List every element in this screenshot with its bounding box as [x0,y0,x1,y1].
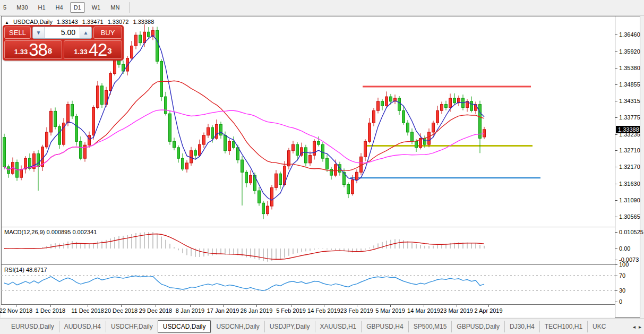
price-axis-label: 1.34315 [619,98,640,104]
price-axis-label: 1.31630 [619,181,640,187]
date-tick [223,305,224,307]
tab-eurusd-daily[interactable]: EURUSD,Daily [6,321,59,332]
current-price-tag: 1.33388 [616,126,640,133]
ohlc-high: 1.33471 [82,19,104,25]
macd-indicator-label: MACD(12,26,9) 0.000895 0.002341 [4,229,97,235]
tab-usdjpy-daily[interactable]: USDJPY,Daily [264,321,315,332]
rsi-axis-label: 30 [619,287,625,294]
timeframe-button-m30[interactable]: M30 [13,3,31,12]
tab-dj30-h4[interactable]: DJ30,H4 [504,321,539,332]
price-axis-label: 1.30565 [619,213,640,220]
date-tick [488,305,489,307]
date-axis-label: 8 Jan 2019 [176,307,204,314]
tab-usdcad-daily[interactable]: USDCAD,Daily [158,320,211,333]
buy-price-prefix: 1.33 [74,46,87,58]
price-axis-label: 1.31090 [619,197,640,203]
tab-xauusd-h1[interactable]: XAUUSD,H1 [315,321,362,332]
sell-price-button[interactable]: 1.33 38 8 [4,40,62,59]
axis-tick [615,260,617,260]
volume-increase-icon[interactable]: ▲ [80,27,91,38]
sell-price-prefix: 1.33 [14,46,28,58]
macd-axis-label: 0.00 [619,245,630,252]
tab-usdcnh-daily[interactable]: USDCNH,Daily [211,321,264,332]
axis-tick [615,264,617,265]
axis-tick [615,134,617,135]
date-axis-label: 23 Mar 2019 [440,307,473,314]
tab-gbpusd-h4[interactable]: GBPUSD,H4 [361,321,408,332]
date-tick [121,305,122,307]
volume-decrease-icon[interactable]: ▼ [33,27,45,38]
price-axis-label: 1.35920 [619,48,640,55]
date-axis-label: 5 Feb 2019 [276,307,306,314]
date-axis-label: 29 Dec 2018 [139,307,172,314]
buy-price-sup: 3 [107,41,111,61]
axis-tick [615,167,617,167]
rsi-axis-label: 70 [619,272,625,279]
tab-sp500-m15[interactable]: SP500,M15 [408,321,452,332]
price-axis-label: 1.36460 [619,31,640,38]
date-axis-label: 23 Feb 2019 [340,307,373,314]
rsi-axis-label: 100 [619,261,629,268]
date-tick [88,305,88,307]
axis-tick [615,68,617,68]
tab-usdchf-daily[interactable]: USDCHF,Daily [106,321,158,332]
panel-separator[interactable] [1,227,640,227]
rsi-panel-canvas[interactable] [1,265,615,304]
tab-scroll-left-icon[interactable]: ◂ [631,323,637,331]
timeframe-button-5[interactable]: 5 [0,3,10,12]
date-axis-label: 2 Apr 2019 [474,307,502,314]
tab-ukc[interactable]: UKC [587,321,611,332]
date-axis-label: 17 Jan 2019 [207,307,239,314]
sell-price-sup: 8 [48,41,52,61]
date-axis-label: 5 Mar 2019 [375,307,405,314]
axis-tick [615,184,617,184]
volume-input[interactable]: 5.00 [45,27,80,38]
tab-tech100-h1[interactable]: TECH100,H1 [539,321,587,332]
volume-stepper: ▼ 5.00 ▲ [32,27,92,39]
date-tick [50,305,51,307]
timeframe-button-h1[interactable]: H1 [35,3,49,12]
timeframe-button-w1[interactable]: W1 [89,3,104,12]
ohlc-open: 1.33143 [57,19,78,25]
axis-tick [615,101,617,101]
date-tick [457,305,457,307]
timeframe-toolbar: 5M30H1H4D1W1MN [0,0,644,15]
axis-tick [615,200,617,201]
price-axis-label: 1.34855 [619,81,640,88]
price-axis[interactable]: 1.364601.359201.353801.348551.343151.337… [615,16,640,317]
date-tick [324,305,324,307]
tab-scroll-right-icon[interactable]: ▸ [637,323,643,331]
date-axis[interactable]: 22 Nov 20181 Dec 201811 Dec 201820 Dec 2… [1,305,615,318]
date-tick [156,305,156,307]
timeframe-button-h4[interactable]: H4 [53,3,66,12]
date-tick [16,305,16,307]
axis-tick [615,35,617,35]
date-tick [357,305,357,307]
sell-button[interactable]: SELL [4,27,31,39]
date-tick [424,305,424,307]
buy-button[interactable]: BUY [93,27,122,39]
price-axis-label: 1.33775 [619,114,640,121]
tab-gbpusd-daily[interactable]: GBPUSD,Daily [451,321,504,332]
date-axis-label: 22 Nov 2018 [0,307,32,314]
date-tick [256,305,257,307]
buy-price-big: 42 [89,42,107,58]
timeframe-button-d1[interactable]: D1 [70,2,85,13]
tab-audusd-h4[interactable]: AUDUSD,H4 [59,321,106,332]
price-axis-label: 1.32710 [619,147,640,153]
tab-scroll-controls: ◂▸ [631,323,643,331]
axis-tick [615,249,617,249]
date-axis-label: 14 Mar 2019 [407,307,440,314]
date-axis-label: 11 Dec 2018 [71,307,104,314]
axis-tick [615,217,617,217]
date-axis-label: 20 Dec 2018 [105,307,138,314]
panel-separator[interactable] [1,304,640,305]
buy-price-button[interactable]: 1.33 42 3 [64,40,122,59]
rsi-indicator-label: RSI(14) 48.6717 [4,267,47,273]
mt4-window: 5M30H1H4D1W1MN ▲ USDCAD,Daily 1.33143 1.… [0,0,644,334]
price-axis-label: 1.35380 [619,65,640,71]
timeframe-button-mn[interactable]: MN [107,3,123,12]
date-axis-label: 1 Dec 2018 [36,307,65,314]
panel-separator[interactable] [1,264,640,265]
collapse-chart-icon[interactable]: ▲ [5,20,9,25]
